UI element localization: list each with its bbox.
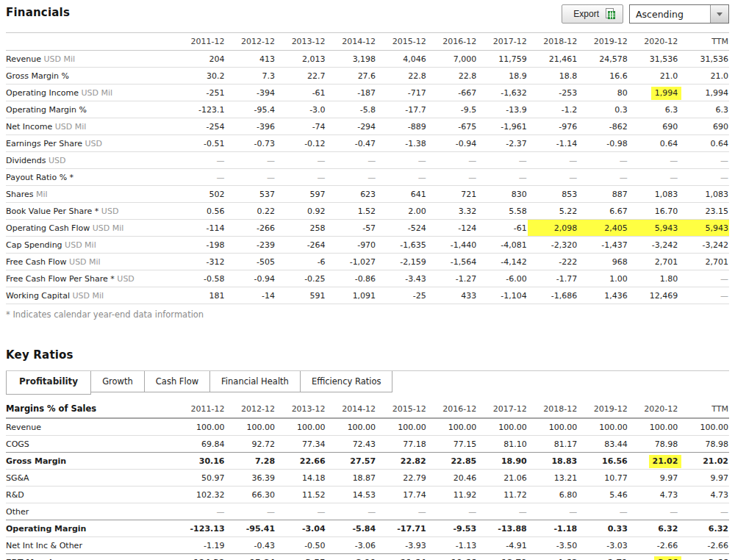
- row-label: Operating Margin: [6, 520, 175, 537]
- value-cell: -9.5: [427, 101, 478, 118]
- row-label: Free Cash Flow USD Mil: [6, 254, 175, 270]
- value-cell: 0.22: [226, 203, 276, 220]
- value-cell: 1,436: [578, 287, 628, 304]
- value-cell: —: [376, 152, 427, 169]
- row-label: Net Int Inc & Other: [6, 537, 175, 553]
- table-row: Other———————————: [6, 503, 729, 520]
- value-cell: 27.57: [326, 452, 377, 470]
- value-cell: 1,083: [628, 186, 679, 203]
- value-cell: 24,578: [578, 51, 628, 68]
- value-cell: -253: [528, 85, 578, 101]
- value-cell: —: [427, 169, 478, 186]
- value-cell: —: [376, 169, 427, 186]
- row-unit: USD Mil: [52, 122, 86, 132]
- value-cell: 11,759: [477, 51, 528, 68]
- value-cell: 3,198: [326, 51, 377, 68]
- table-row: Book Value Per Share * USD0.560.220.921.…: [6, 203, 729, 220]
- value-cell: -21.64: [376, 553, 427, 560]
- value-cell: 27.6: [326, 68, 377, 85]
- value-cell: -0.43: [226, 537, 276, 553]
- value-cell: —: [175, 169, 226, 186]
- column-header: 2011-12: [175, 32, 226, 51]
- value-cell: -2,159: [376, 254, 427, 270]
- value-cell: 100.00: [427, 419, 478, 436]
- tab-efficiency-ratios[interactable]: Efficiency Ratios: [300, 371, 393, 392]
- value-cell: -1,027: [326, 254, 377, 270]
- value-cell: -0.50: [276, 537, 326, 553]
- value-cell: -4,142: [477, 254, 528, 270]
- value-cell: 2,701: [678, 254, 729, 270]
- value-cell: 100.00: [477, 419, 528, 436]
- value-cell: -264: [276, 237, 326, 254]
- value-cell: -1.2: [528, 101, 578, 118]
- value-cell: 5,943: [678, 220, 729, 237]
- value-cell: 0.33: [578, 520, 628, 537]
- column-header: 2012-12: [226, 401, 276, 419]
- tab-growth[interactable]: Growth: [90, 371, 145, 392]
- value-cell: -2,320: [528, 237, 578, 254]
- table-row: Net Income USD Mil-254-396-74-294-889-67…: [6, 118, 729, 135]
- dropdown-arrow-button[interactable]: [710, 5, 728, 23]
- value-cell: -0.47: [326, 135, 377, 152]
- value-cell: 853: [528, 186, 578, 203]
- value-cell: -3.06: [326, 537, 377, 553]
- value-cell: 14.53: [326, 487, 377, 503]
- value-cell: -2.37: [477, 135, 528, 152]
- tab-profitability[interactable]: Profitability: [6, 371, 91, 395]
- value-cell: 4.73: [628, 487, 679, 503]
- row-unit: Mil: [33, 190, 47, 199]
- value-cell: -0.94: [226, 270, 276, 287]
- value-cell: -1.13: [427, 537, 478, 553]
- value-cell: 2.00: [376, 203, 427, 220]
- row-label: Operating Income USD Mil: [6, 85, 175, 101]
- value-cell: -1,437: [578, 237, 628, 254]
- row-unit: USD: [46, 156, 66, 165]
- row-unit: USD Mil: [67, 257, 101, 267]
- tab-financial-health[interactable]: Financial Health: [209, 371, 301, 392]
- value-cell: 100.00: [578, 419, 628, 436]
- highlighted-value: 1,994: [651, 87, 682, 100]
- value-cell: 30.16: [175, 452, 226, 470]
- value-cell: —: [678, 152, 729, 169]
- table-row: Operating Cash Flow USD Mil-114-266258-5…: [6, 220, 729, 237]
- tab-cash-flow[interactable]: Cash Flow: [144, 371, 210, 392]
- value-cell: -717: [376, 85, 427, 101]
- value-cell: -3.0: [276, 101, 326, 118]
- key-ratios-header-row: Margins % of Sales 2011-122012-122013-12…: [6, 401, 729, 419]
- value-cell: 50.97: [175, 470, 226, 487]
- value-cell: -6: [276, 254, 326, 270]
- column-header: 2020-12: [628, 401, 679, 419]
- value-cell: -10.66: [427, 553, 478, 560]
- value-cell: —: [678, 503, 729, 520]
- value-cell: 77.18: [376, 436, 427, 452]
- row-unit: USD Mil: [90, 223, 123, 233]
- financials-title: Financials: [6, 4, 70, 21]
- value-cell: 66.30: [226, 487, 276, 503]
- row-unit: USD: [98, 207, 118, 216]
- value-cell: -124: [427, 220, 478, 237]
- export-button[interactable]: Export: [562, 4, 623, 24]
- value-cell: 22.79: [376, 470, 427, 487]
- value-cell: 21.06: [477, 470, 528, 487]
- value-cell: -294: [326, 118, 377, 135]
- sort-dropdown[interactable]: Ascending: [629, 4, 729, 24]
- column-header: 2016-12: [427, 32, 478, 51]
- value-cell: 92.72: [226, 436, 276, 452]
- value-cell: —: [477, 169, 528, 186]
- table-row: Gross Margin %30.27.322.727.622.822.818.…: [6, 68, 729, 85]
- footnote: * Indicates calendar year-end data infor…: [6, 304, 729, 320]
- column-header: 2020-12: [628, 32, 679, 51]
- value-cell: 0.56: [175, 203, 226, 220]
- column-header: 2018-12: [528, 401, 578, 419]
- value-cell: 3.66: [628, 553, 679, 560]
- value-cell: 597: [276, 186, 326, 203]
- value-cell: 69.84: [175, 436, 226, 452]
- highlighted-value: 21.02: [649, 455, 682, 468]
- value-cell: -9.53: [427, 520, 478, 537]
- value-cell: 5.58: [477, 203, 528, 220]
- value-cell: 100.00: [326, 419, 377, 436]
- value-cell: 23.15: [678, 203, 729, 220]
- value-cell: -3,242: [678, 237, 729, 254]
- value-cell: -4.68: [528, 553, 578, 560]
- value-cell: 433: [427, 287, 478, 304]
